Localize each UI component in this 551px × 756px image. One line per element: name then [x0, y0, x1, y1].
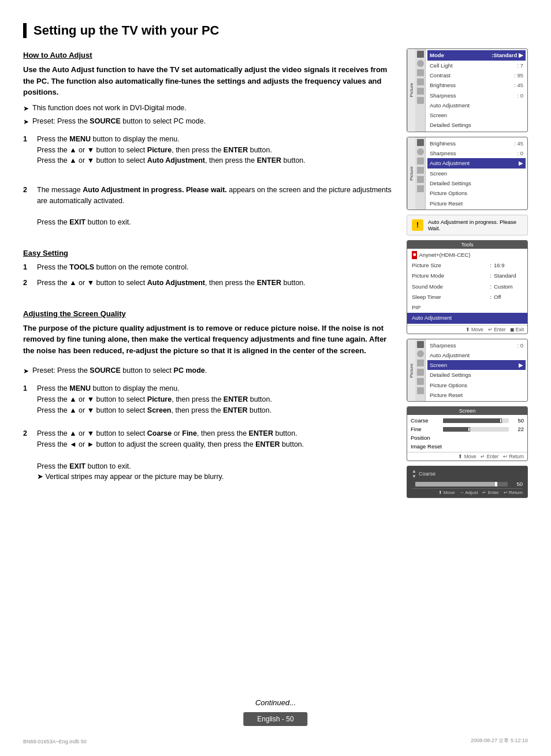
coarse-value: 50 — [512, 417, 524, 424]
step-1: 1 Press the MENU button to display the m… — [23, 134, 395, 166]
tools-pip: PIP — [407, 302, 527, 313]
image-reset-label: Image Reset — [411, 443, 442, 450]
tv1-sharpness: Sharpness : 0 — [427, 91, 526, 100]
page-footer-bar: English - 50 — [243, 712, 307, 726]
easy-step-content-1: Press the TOOLS button on the remote con… — [37, 262, 395, 273]
tip-1: ➤ This function does not work in DVI-Dig… — [23, 103, 395, 114]
tv1-detailed: Detailed Settings — [427, 120, 526, 130]
tools-sound-mode: Sound Mode : Custom — [407, 282, 527, 292]
tools-body: ■ Anynet+(HDMI-CEC) Picture Size : 16:9 … — [407, 249, 527, 325]
fine-bar — [443, 427, 509, 432]
tv2-screen: Screen — [427, 169, 526, 178]
tv1-mode-value: :Standard ▶ — [492, 51, 523, 59]
tools-pic-size: Picture Size : 16:9 — [407, 260, 527, 271]
fine-value: 22 — [512, 426, 524, 432]
easy-step-content-2: Press the ▲ or ▼ button to select Auto A… — [37, 278, 395, 289]
screen-quality-body: Coarse 50 Fine 22 — [407, 415, 527, 452]
easy-setting-heading: Easy Setting — [23, 249, 395, 257]
position-label: Position — [411, 435, 440, 441]
tools-sleep-timer: Sleep Timer : Off — [407, 292, 527, 302]
tv2-sharpness: Sharpness : 0 — [427, 148, 526, 158]
fine-label: Fine — [411, 426, 440, 432]
screen-quality-footer: ⬆ Move ↵ Enter ↩ Return — [407, 452, 527, 461]
section-easy-setting: Easy Setting 1 Press the TOOLS button on… — [23, 249, 395, 289]
image-reset-item: Image Reset — [411, 442, 524, 451]
tv3-pic-options: Picture Options — [427, 380, 526, 390]
screen-step-1: 1 Press the MENU button to display the m… — [23, 383, 395, 416]
tv-screenshot-2: Picture — [407, 137, 528, 210]
tools-auto-adj: Auto Adjustment — [407, 313, 527, 323]
tv1-mode-label: Mode — [430, 51, 444, 59]
screen-tip-arrow-1: ➤ — [23, 366, 29, 376]
tools-header: Tools — [407, 241, 527, 249]
screen-tip-text-1: Preset: Press the SOURCE button to selec… — [32, 365, 207, 376]
step-num-1: 1 — [23, 134, 31, 166]
tip-text-1: This function does not work in DVI-Digit… — [32, 103, 187, 114]
position-item: Position — [411, 433, 524, 442]
coarse-dark-row: 50 — [412, 481, 523, 487]
section-adjusting-screen: Adjusting the Screen Quality The purpose… — [23, 309, 395, 483]
screen-tip-1: ➤ Preset: Press the SOURCE button to sel… — [23, 365, 395, 376]
screen-step-content-2: Press the ▲ or ▼ button to select Coarse… — [37, 428, 395, 482]
page-title-bar: Setting up the TV with your PC — [23, 23, 528, 38]
step-content-2: The message Auto Adjustment in progress.… — [37, 185, 395, 228]
main-layout: How to Auto Adjust Use the Auto Adjust f… — [23, 48, 528, 721]
tv2-auto-adj: Auto Adjustment ▶ — [427, 158, 526, 168]
tools-footer: ⬆ Move ↵ Enter ◼ Exit — [407, 325, 527, 334]
tv3-detailed: Detailed Settings — [427, 370, 526, 380]
tv1-mode-item: Mode :Standard ▶ — [427, 50, 526, 60]
coarse-item: Coarse 50 — [411, 416, 524, 425]
tv1-screen: Screen — [427, 110, 526, 120]
easy-step-1: 1 Press the TOOLS button on the remote c… — [23, 262, 395, 273]
tv-screenshot-3: Picture — [407, 339, 528, 402]
left-column: How to Auto Adjust Use the Auto Adjust f… — [23, 48, 395, 721]
fine-item: Fine 22 — [411, 425, 524, 433]
tip-text-2: Preset: Press the SOURCE button to selec… — [32, 116, 206, 127]
screen-step-2: 2 Press the ▲ or ▼ button to select Coar… — [23, 428, 395, 482]
easy-step-2: 2 Press the ▲ or ▼ button to select Auto… — [23, 278, 395, 289]
tv2-pic-options: Picture Options — [427, 188, 526, 198]
tv3-screen: Screen ▶ — [427, 360, 526, 370]
tools-screenshot: Tools ■ Anynet+(HDMI-CEC) Picture Size :… — [407, 240, 528, 334]
easy-step-num-2: 2 — [23, 278, 31, 289]
step-num-2: 2 — [23, 185, 31, 228]
tip-arrow-1: ➤ — [23, 103, 29, 114]
easy-step-num-1: 1 — [23, 262, 31, 273]
coarse-bar — [443, 418, 509, 423]
tv1-contrast: Contrast : 95 — [427, 70, 526, 80]
page-label: English - 50 — [243, 712, 307, 726]
tv3-picture-label: Picture — [407, 339, 415, 402]
tv1-celllight: Cell Light : 7 — [427, 61, 526, 70]
coarse-dark-value: 50 — [511, 481, 523, 487]
coarse-dark-footer: ⬆ Move ↔ Adjust ↵ Enter ↩ Return — [412, 488, 523, 495]
coarse-dark-label: Coarse — [419, 471, 435, 477]
screen-step-num-2: 2 — [23, 428, 31, 482]
tv3-sharpness: Sharpness : 0 — [427, 340, 526, 350]
warning-text: Auto Adjustment in progress. Please Wait… — [428, 219, 523, 231]
tv2-pic-reset: Picture Reset — [427, 199, 526, 208]
tv2-detailed: Detailed Settings — [427, 178, 526, 188]
step-content-1: Press the MENU button to display the men… — [37, 134, 395, 166]
step-2: 2 The message Auto Adjustment in progres… — [23, 185, 395, 228]
screen-step-num-1: 1 — [23, 383, 31, 416]
tv2-brightness: Brightness : 45 — [427, 139, 526, 148]
screen-quality-header: Screen — [407, 407, 527, 415]
tools-pic-mode: Picture Mode : Standard — [407, 271, 527, 281]
tip-2: ➤ Preset: Press the SOURCE button to sel… — [23, 116, 395, 127]
tools-anynet: ■ Anynet+(HDMI-CEC) — [407, 250, 527, 260]
right-column: Picture — [407, 48, 528, 721]
doc-ref: BN68-01653A~Eng.indb 50 — [23, 739, 87, 744]
screen-step-content-1: Press the MENU button to display the men… — [37, 383, 395, 416]
tv2-picture-label: Picture — [407, 137, 415, 209]
tv1-auto-adj: Auto Adjustment — [427, 100, 526, 110]
section-how-to-auto-adjust: How to Auto Adjust Use the Auto Adjust f… — [23, 51, 395, 228]
doc-date: 2008-08-27 오후 5:12:10 — [471, 737, 528, 744]
tv1-picture-label: Picture — [407, 49, 415, 131]
tv-screenshot-1: Picture — [407, 48, 528, 132]
screen-quality-box: Screen Coarse 50 Fine — [407, 406, 528, 461]
tv3-auto-adj: Auto Adjustment — [427, 350, 526, 360]
coarse-dark-box: ▲▼ Coarse 50 ⬆ Move ↔ Adjust ↵ Enter ↩ R… — [407, 466, 528, 498]
warning-icon: ! — [412, 219, 423, 231]
title-accent — [23, 23, 27, 38]
coarse-label: Coarse — [411, 417, 440, 424]
